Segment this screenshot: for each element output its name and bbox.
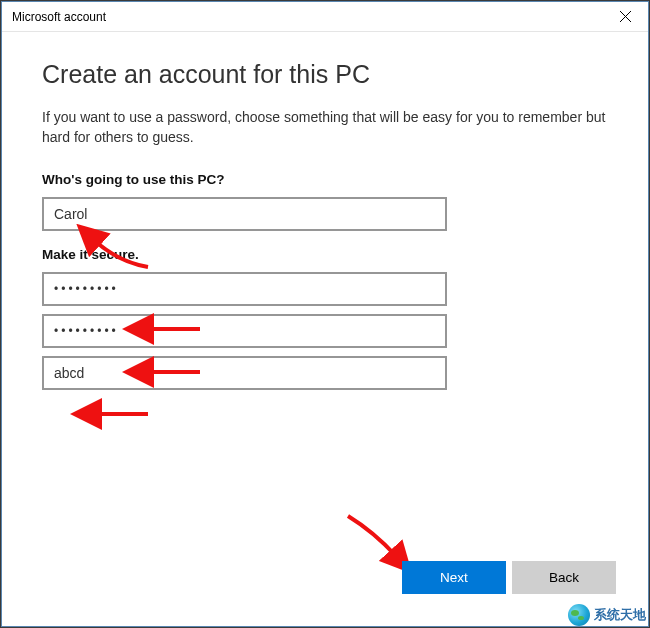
close-icon	[620, 11, 631, 22]
footer-buttons: Next Back	[402, 561, 616, 594]
globe-icon	[568, 604, 590, 626]
account-setup-window: Microsoft account Create an account for …	[1, 1, 649, 627]
titlebar: Microsoft account	[2, 2, 648, 32]
confirm-password-input[interactable]	[42, 314, 447, 348]
annotation-arrow-hint	[88, 404, 152, 424]
watermark-text: 系统天地	[594, 606, 646, 624]
watermark: 系统天地	[568, 604, 646, 626]
close-button[interactable]	[602, 2, 648, 32]
who-label: Who's going to use this PC?	[42, 172, 608, 187]
annotation-arrow-next	[344, 512, 404, 562]
next-button[interactable]: Next	[402, 561, 506, 594]
back-button[interactable]: Back	[512, 561, 616, 594]
username-input[interactable]	[42, 197, 447, 231]
page-title: Create an account for this PC	[42, 60, 608, 89]
content-area: Create an account for this PC If you wan…	[2, 32, 648, 626]
secure-label: Make it secure.	[42, 247, 608, 262]
password-hint-input[interactable]	[42, 356, 447, 390]
password-input[interactable]	[42, 272, 447, 306]
intro-text: If you want to use a password, choose so…	[42, 107, 608, 148]
window-title: Microsoft account	[12, 10, 106, 24]
